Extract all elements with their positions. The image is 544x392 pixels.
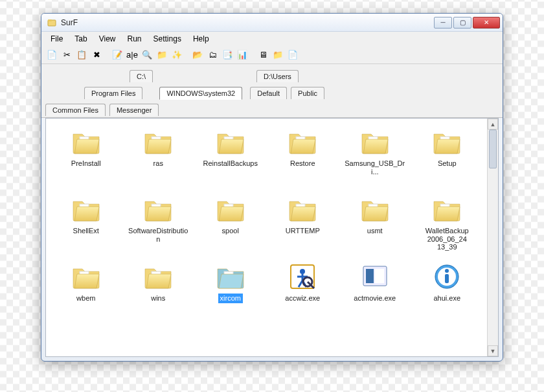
paste-icon[interactable]: 📋 [75, 49, 88, 62]
window-title: SurF [61, 18, 433, 27]
file-item[interactable]: PreInstall [51, 125, 121, 190]
file-item[interactable]: ReinstallBackups [196, 125, 266, 190]
file-label: Samsung_USB_Dri... [343, 159, 407, 176]
tab-public[interactable]: Public [291, 87, 324, 99]
file-label: spool [220, 226, 241, 236]
toolbar: 📄 ✂ 📋 ✖ 📝 a|e 🔍 📁 ✨ 📂 🗂 📑 📊 🖥 📁 📄 [41, 46, 503, 64]
tab-messenger[interactable]: Messenger [109, 104, 159, 116]
folder-icon [215, 128, 246, 156]
titlebar[interactable]: SurF ─ ▢ ✕ [41, 14, 503, 32]
file-label: ahui.exe [431, 294, 462, 303]
menu-help[interactable]: Help [188, 33, 214, 45]
exe-icon [287, 262, 318, 291]
tab-area: C:\ D:\Users Program Files WINDOWS\syste… [41, 64, 503, 118]
file-item[interactable]: URTTEMP [268, 192, 338, 257]
file-label: ReinstallBackups [201, 159, 260, 168]
svg-point-33 [300, 269, 305, 274]
folder-icon [431, 128, 462, 156]
rename-icon[interactable]: a|e [126, 49, 139, 62]
tab-d-users[interactable]: D:\Users [256, 70, 299, 82]
copy-icon[interactable]: 📄 [45, 49, 58, 62]
refresh-icon[interactable]: ✨ [170, 49, 183, 62]
folder-icon [71, 195, 102, 224]
file-label: accwiz.exe [283, 294, 322, 303]
shell-icon[interactable]: 📁 [271, 49, 284, 62]
folder-icon [142, 195, 174, 224]
folder-icon [142, 128, 174, 156]
tab-program-files[interactable]: Program Files [84, 87, 142, 99]
svg-rect-1 [48, 19, 52, 21]
file-label: Restore [288, 159, 317, 168]
file-pane: PreInstall ras ReinstallBackups Restore … [45, 118, 499, 357]
options-icon[interactable]: 📄 [286, 49, 299, 62]
file-label: usmt [365, 226, 385, 236]
folder-icon [71, 262, 102, 291]
scroll-up-icon[interactable]: ▲ [488, 119, 498, 130]
file-label: PreInstall [69, 159, 103, 168]
file-label: xircom [218, 294, 243, 303]
file-label: wins [149, 294, 167, 303]
svg-rect-41 [445, 274, 449, 283]
file-item[interactable]: actmovie.exe [340, 260, 410, 325]
app-window: SurF ─ ▢ ✕ File Tab View Run Settings He… [41, 13, 503, 362]
file-grid[interactable]: PreInstall ras ReinstallBackups Restore … [46, 119, 487, 356]
file-label: URTTEMP [284, 226, 322, 236]
scroll-thumb[interactable] [489, 130, 497, 168]
file-item[interactable]: accwiz.exe [268, 260, 338, 325]
exe-icon [431, 262, 462, 291]
file-item[interactable]: spool [196, 192, 266, 257]
new-folder-icon[interactable]: 📁 [155, 49, 168, 62]
menu-run[interactable]: Run [122, 33, 147, 45]
minimize-button[interactable]: ─ [434, 17, 452, 29]
file-label: ras [152, 159, 165, 168]
file-item[interactable]: Samsung_USB_Dri... [340, 125, 410, 190]
up-icon[interactable]: 📂 [191, 49, 204, 62]
folder-icon [359, 195, 391, 224]
menu-settings[interactable]: Settings [148, 33, 187, 45]
file-item[interactable]: ras [124, 125, 194, 190]
file-label: SoftwareDistribution [126, 226, 190, 244]
file-label: actmovie.exe [352, 294, 398, 303]
file-item[interactable]: WalletBackup 2006_06_24 13_39 [413, 192, 482, 257]
list-view-icon[interactable]: 📑 [221, 49, 234, 62]
find-icon[interactable]: 🔍 [141, 49, 153, 62]
tab-system32[interactable]: WINDOWS\system32 [159, 87, 242, 100]
scrollbar[interactable]: ▲ ▼ [487, 119, 498, 356]
file-item[interactable]: ShellExt [51, 192, 121, 257]
file-label: Setup [436, 159, 459, 168]
file-label: wbem [74, 294, 97, 303]
menu-view[interactable]: View [94, 33, 121, 45]
file-item[interactable]: ahui.exe [413, 260, 482, 325]
close-button[interactable]: ✕ [473, 17, 500, 29]
delete-icon[interactable]: ✖ [90, 49, 103, 62]
file-item[interactable]: usmt [340, 192, 410, 257]
maximize-button[interactable]: ▢ [453, 17, 471, 29]
file-item[interactable]: Restore [268, 125, 338, 190]
file-item[interactable]: Setup [413, 125, 482, 190]
folder-icon [142, 262, 174, 291]
file-item[interactable]: wbem [51, 260, 121, 325]
file-item[interactable]: xircom [196, 260, 266, 325]
folder-icon [287, 128, 318, 156]
menu-file[interactable]: File [45, 33, 68, 45]
tree-icon[interactable]: 🖥 [256, 49, 269, 62]
properties-icon[interactable]: 📝 [111, 49, 124, 62]
folder-icon [215, 262, 246, 291]
file-item[interactable]: SoftwareDistribution [124, 192, 194, 257]
icons-view-icon[interactable]: 🗂 [206, 49, 219, 62]
svg-rect-37 [375, 269, 384, 283]
tab-default[interactable]: Default [250, 87, 287, 99]
menubar: File Tab View Run Settings Help [41, 32, 503, 46]
cut-icon[interactable]: ✂ [60, 49, 73, 62]
tab-common-files[interactable]: Common Files [45, 104, 106, 116]
file-item[interactable]: wins [124, 260, 194, 325]
folder-icon [431, 195, 462, 224]
exe-icon [359, 262, 391, 291]
scroll-down-icon[interactable]: ▼ [488, 345, 498, 356]
tab-c-drive[interactable]: C:\ [130, 70, 153, 82]
details-view-icon[interactable]: 📊 [236, 49, 249, 62]
folder-icon [215, 195, 246, 224]
menu-tab[interactable]: Tab [69, 33, 92, 45]
svg-point-40 [445, 269, 449, 273]
scroll-track[interactable] [488, 130, 498, 345]
